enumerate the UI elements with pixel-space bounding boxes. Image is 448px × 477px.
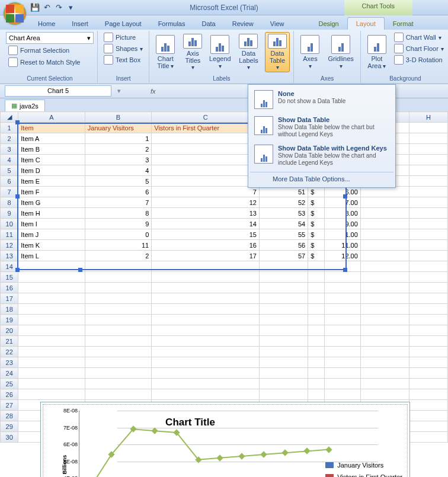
cell[interactable]: 12.00	[325, 251, 361, 261]
cell[interactable]: 0	[85, 229, 151, 240]
axes-button[interactable]: Axes ▾	[297, 32, 322, 72]
row-header[interactable]: 2	[1, 133, 18, 144]
cell[interactable]: 13	[152, 208, 260, 219]
cell[interactable]: 9	[152, 165, 260, 176]
name-box[interactable]: Chart 5	[5, 85, 111, 97]
cell[interactable]: 11.00	[325, 240, 361, 251]
cell[interactable]: 8.00	[325, 208, 361, 219]
tab-data[interactable]: Data	[193, 18, 223, 30]
cell[interactable]: 55	[259, 229, 308, 240]
chart-floor-button[interactable]: Chart Floor ▾	[392, 43, 446, 54]
tab-layout[interactable]: Layout	[347, 17, 385, 30]
cell[interactable]: 1	[85, 133, 151, 144]
cell[interactable]	[409, 144, 448, 155]
workbook-tab[interactable]: ▦java2s	[5, 100, 45, 111]
data-table-button[interactable]: Data Table ▾	[265, 32, 290, 72]
tab-home[interactable]: Home	[30, 18, 63, 30]
tab-pagelayout[interactable]: Page Layout	[97, 18, 150, 30]
cell[interactable]: $	[308, 240, 325, 251]
qat-dropdown-icon[interactable]: ▾	[65, 2, 76, 13]
cell[interactable]	[360, 251, 409, 261]
cell[interactable]: $	[308, 219, 325, 229]
row-header[interactable]: 21	[1, 336, 18, 347]
cell[interactable]: 7	[152, 187, 260, 197]
cell[interactable]	[409, 187, 448, 197]
dt-option-show[interactable]: Show Data TableShow Data Table below the…	[250, 113, 393, 141]
tab-view[interactable]: View	[262, 18, 293, 30]
cell[interactable]: 15	[152, 229, 260, 240]
cell[interactable]: 5	[85, 176, 151, 187]
row-header[interactable]: 19	[1, 315, 18, 325]
cell[interactable]	[409, 208, 448, 219]
row-header[interactable]: 5	[1, 165, 18, 176]
cell[interactable]: 52	[259, 197, 308, 208]
shapes-button[interactable]: Shapes ▾	[101, 43, 145, 54]
row-header[interactable]: 30	[1, 432, 18, 443]
row-header[interactable]: 16	[1, 283, 18, 293]
cell[interactable]: 8	[152, 176, 260, 187]
cell[interactable]: 57	[259, 251, 308, 261]
textbox-button[interactable]: Text Box	[101, 55, 145, 65]
embedded-chart[interactable]: BillionsChart Title01E-082E-083E-084E-08…	[40, 402, 410, 477]
row-header[interactable]: 24	[1, 368, 18, 379]
row-header[interactable]: 8	[1, 197, 18, 208]
dt-option-none[interactable]: NoneDo not show a Data Table	[250, 87, 393, 113]
dt-more-options[interactable]: More Data Table Options...	[250, 172, 393, 185]
cell[interactable]: 17	[152, 251, 260, 261]
cell[interactable]: $	[308, 197, 325, 208]
row-header[interactable]: 22	[1, 347, 18, 357]
col-header[interactable]: C	[152, 112, 260, 123]
cell[interactable]: 7.00	[325, 197, 361, 208]
row-header[interactable]: 12	[1, 240, 18, 251]
cell[interactable]: $	[308, 251, 325, 261]
cell[interactable]: $	[308, 229, 325, 240]
cell[interactable]: 2	[85, 144, 151, 155]
cell[interactable]	[360, 240, 409, 251]
cell[interactable]: 10	[152, 155, 260, 165]
cell[interactable]	[409, 219, 448, 229]
cell[interactable]: 12	[152, 133, 260, 144]
cell[interactable]	[360, 197, 409, 208]
gridlines-button[interactable]: Gridlines ▾	[325, 32, 356, 72]
row-header[interactable]: 28	[1, 411, 18, 421]
cell[interactable]	[360, 187, 409, 197]
fx-icon[interactable]: fx	[151, 88, 156, 95]
legend-button[interactable]: Legend ▾	[207, 32, 232, 72]
cell[interactable]: 56	[259, 240, 308, 251]
tab-review[interactable]: Review	[224, 18, 262, 30]
col-header[interactable]: A	[18, 112, 85, 123]
row-header[interactable]: 9	[1, 208, 18, 219]
redo-icon[interactable]: ↷	[53, 2, 64, 13]
cell[interactable]: 54	[259, 219, 308, 229]
cell[interactable]: 51	[259, 187, 308, 197]
save-icon[interactable]: 💾	[30, 2, 40, 13]
cell[interactable]: 53	[259, 208, 308, 219]
row-header[interactable]: 13	[1, 251, 18, 261]
cell[interactable]: Item J	[18, 229, 85, 240]
cell[interactable]: Item B	[18, 144, 85, 155]
row-header[interactable]: 11	[1, 229, 18, 240]
cell[interactable]	[360, 219, 409, 229]
format-selection-button[interactable]: Format Selection	[6, 45, 94, 56]
row-header[interactable]: 23	[1, 357, 18, 368]
chart-element-selector[interactable]: Chart Area▾	[6, 32, 94, 44]
tab-format[interactable]: Format	[385, 18, 422, 30]
undo-icon[interactable]: ↶	[41, 2, 52, 13]
row-header[interactable]: 26	[1, 389, 18, 400]
cell[interactable]: Item E	[18, 176, 85, 187]
row-header[interactable]: 10	[1, 219, 18, 229]
row-header[interactable]: 18	[1, 304, 18, 315]
cell[interactable]: 11	[152, 144, 260, 155]
cell[interactable]: 9	[85, 219, 151, 229]
cell[interactable]: Item H	[18, 208, 85, 219]
row-header[interactable]: 17	[1, 293, 18, 304]
cell[interactable]: 11	[85, 240, 151, 251]
cell[interactable]	[409, 133, 448, 144]
cell[interactable]: 14	[152, 219, 260, 229]
cell[interactable]: $	[308, 187, 325, 197]
row-header[interactable]: 29	[1, 421, 18, 432]
cell[interactable]: 1.00	[325, 229, 361, 240]
chart-title-button[interactable]: Chart Title ▾	[153, 32, 178, 72]
cell[interactable]	[409, 229, 448, 240]
tab-formulas[interactable]: Formulas	[150, 18, 194, 30]
